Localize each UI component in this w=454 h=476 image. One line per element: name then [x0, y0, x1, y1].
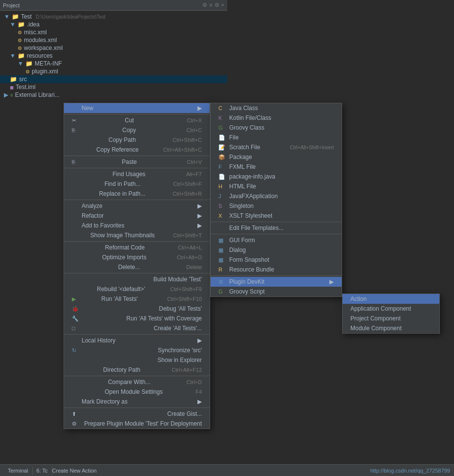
- html-icon: H: [218, 183, 227, 189]
- tree-item-iml[interactable]: ◼ Test.iml: [0, 83, 227, 91]
- menu-item-mark-dir[interactable]: Mark Directory as ▶: [64, 397, 210, 407]
- submenu-scratch-file[interactable]: 📝 Scratch File Ctrl+Alt+Shift+Insert: [211, 142, 342, 152]
- submenu-gui-form[interactable]: ▦ GUI Form: [211, 235, 342, 245]
- menu-item-compare[interactable]: Compare With... Ctrl+D: [64, 377, 210, 387]
- submenu-action[interactable]: Action: [343, 294, 439, 304]
- menu-icon[interactable]: ≡: [209, 2, 212, 8]
- run-icon: ▶: [72, 296, 80, 302]
- submenu-kotlin[interactable]: K Kotlin File/Class: [211, 113, 342, 123]
- menu-item-copy-reference[interactable]: Copy Reference Ctrl+Alt+Shift+C: [64, 145, 210, 155]
- gui-form-icon: ▦: [218, 237, 227, 244]
- submenu-dialog[interactable]: ▦ Dialog: [211, 245, 342, 255]
- tree-item-metainf[interactable]: ▼ 📁 META-INF: [0, 60, 227, 68]
- groovy-script-icon: G: [218, 289, 227, 295]
- menu-item-build-module[interactable]: Build Module 'Test': [64, 274, 210, 284]
- config-icon[interactable]: ⚙: [215, 2, 219, 8]
- submenu-edit-templates[interactable]: Edit File Templates...: [211, 223, 342, 233]
- singleton-icon: S: [218, 203, 227, 209]
- mark-dir-arrow: ▶: [197, 398, 202, 405]
- tree-item-test[interactable]: ▼ 📁 Test D:\Users\gaok\IdeaProjects\Test: [0, 13, 227, 21]
- submenu-project-component[interactable]: Project Component: [343, 314, 439, 323]
- package-info-icon: 📄: [218, 174, 227, 180]
- menu-item-copy-path[interactable]: Copy Path Ctrl+Shift+C: [64, 135, 210, 145]
- project-title: Project: [3, 2, 20, 8]
- menu-item-show-explorer[interactable]: Show in Explorer: [64, 355, 210, 365]
- menu-item-analyze[interactable]: Analyze ▶: [64, 201, 210, 211]
- terminal-tab[interactable]: Terminal: [4, 467, 33, 475]
- submenu-file[interactable]: 📄 File: [211, 133, 342, 142]
- new-submenu-divider1: [211, 222, 342, 222]
- submenu-javafx[interactable]: J JavaFXApplication: [211, 191, 342, 201]
- new-submenu-divider2: [211, 234, 342, 234]
- menu-item-optimize-imports[interactable]: Optimize Imports Ctrl+Alt+O: [64, 252, 210, 262]
- divider-6: [64, 273, 210, 273]
- tree-item-idea[interactable]: ▼ 📁 .idea: [0, 21, 227, 28]
- plugin-devkit-arrow: ▶: [329, 278, 334, 285]
- menu-item-new[interactable]: New ▶: [64, 103, 210, 113]
- context-menu: New ▶ ✂ Cut Ctrl+X ⎘ Copy Ctrl+C Copy Pa…: [64, 103, 210, 429]
- settings-icon[interactable]: ⚙: [202, 2, 207, 8]
- menu-item-replace-in-path[interactable]: Replace in Path... Ctrl+Shift+R: [64, 189, 210, 199]
- favorites-arrow: ▶: [197, 222, 202, 229]
- close-icon[interactable]: ×: [221, 2, 224, 8]
- menu-item-run[interactable]: ▶ Run 'All Tests' Ctrl+Shift+F10: [64, 294, 210, 304]
- debug-icon: 🐞: [72, 306, 80, 312]
- submenu-plugin-devkit-panel: Action Application Component Project Com…: [342, 294, 440, 334]
- menu-item-synchronize[interactable]: ↻ Synchronize 'src': [64, 345, 210, 355]
- menu-item-rebuild[interactable]: Rebuild '<default>' Ctrl+Shift+F9: [64, 284, 210, 294]
- menu-item-refactor[interactable]: Refactor ▶: [64, 211, 210, 221]
- submenu-fxml[interactable]: F FXML File: [211, 162, 342, 172]
- tree-item-plugin-xml[interactable]: ⚙ plugin.xml: [0, 68, 227, 75]
- submenu-xslt[interactable]: X XSLT Stylesheet: [211, 211, 342, 221]
- submenu-package-info[interactable]: 📄 package-info.java: [211, 172, 342, 181]
- copy-icon: ⎘: [72, 127, 80, 133]
- resource-bundle-icon: R: [218, 267, 227, 272]
- menu-item-directory-path[interactable]: Directory Path Ctrl+Alt+F12: [64, 365, 210, 375]
- submenu-application-component[interactable]: Application Component: [343, 304, 439, 314]
- menu-item-prepare-plugin[interactable]: ⚙ Prepare Plugin Module 'Test' For Deplo…: [64, 419, 210, 429]
- tree-item-resources[interactable]: ▼ 📁 resources: [0, 52, 227, 60]
- menu-item-local-history[interactable]: Local History ▶: [64, 336, 210, 345]
- menu-item-module-settings[interactable]: Open Module Settings F4: [64, 387, 210, 397]
- menu-item-create-tests[interactable]: □ Create 'All Tests'...: [64, 323, 210, 333]
- menu-item-compare-gist[interactable]: ⬆ Create Gist...: [64, 409, 210, 419]
- tree-item-modules[interactable]: ⚙ modules.xml: [0, 36, 227, 44]
- menu-item-cut[interactable]: ✂ Cut Ctrl+X: [64, 115, 210, 125]
- menu-item-find-in-path[interactable]: Find in Path... Ctrl+Shift+F: [64, 179, 210, 189]
- menu-item-delete[interactable]: Delete... Delete: [64, 262, 210, 272]
- submenu-resource-bundle[interactable]: R Resource Bundle: [211, 265, 342, 274]
- history-arrow: ▶: [197, 337, 202, 344]
- submenu-package[interactable]: 📦 Package: [211, 152, 342, 162]
- submenu-groovy-class[interactable]: G Groovy Class: [211, 123, 342, 133]
- tree-item-src[interactable]: 📁 src: [0, 75, 227, 83]
- analyze-arrow: ▶: [197, 203, 202, 209]
- submenu-module-component[interactable]: Module Component: [343, 323, 439, 333]
- menu-item-debug[interactable]: 🐞 Debug 'All Tests': [64, 304, 210, 314]
- tree-item-workspace[interactable]: ⚙ workspace.xml: [0, 44, 227, 52]
- divider-1: [64, 114, 210, 114]
- refactor-arrow: ▶: [197, 212, 202, 219]
- menu-item-image-thumbnails[interactable]: Show Image Thumbnails Ctrl+Shift+T: [64, 230, 210, 240]
- menu-item-find-usages[interactable]: Find Usages Alt+F7: [64, 169, 210, 179]
- submenu-singleton[interactable]: S Singleton: [211, 201, 342, 211]
- menu-item-add-favorites[interactable]: Add to Favorites ▶: [64, 221, 210, 230]
- tree-item-external-lib[interactable]: ▶ ≡ External Librari...: [0, 91, 227, 99]
- menu-item-coverage[interactable]: 🔧 Run 'All Tests' with Coverage: [64, 314, 210, 323]
- arrow-icon: ▶: [197, 105, 202, 112]
- form-snapshot-icon: ▦: [218, 257, 227, 263]
- submenu-html[interactable]: H HTML File: [211, 181, 342, 191]
- submenu-plugin-devkit[interactable]: ⚙ Plugin DevKit ▶: [211, 277, 342, 287]
- package-icon: 📦: [218, 154, 227, 160]
- submenu-java-class[interactable]: C Java Class: [211, 103, 342, 113]
- tc-tab[interactable]: 6: Tc: [33, 467, 52, 475]
- blog-url: http://blog.csdn.net/qq_27258799: [370, 468, 450, 474]
- submenu-form-snapshot[interactable]: ▦ Form Snapshot: [211, 255, 342, 265]
- menu-item-paste[interactable]: ⎘ Paste Ctrl+V: [64, 157, 210, 167]
- dialog-icon: ▦: [218, 247, 227, 253]
- tree-item-misc[interactable]: ⚙ misc.xml: [0, 28, 227, 36]
- submenu-groovy-script[interactable]: G Groovy Script: [211, 287, 342, 296]
- divider-2: [64, 156, 210, 156]
- coverage-icon: 🔧: [72, 316, 80, 322]
- menu-item-copy[interactable]: ⎘ Copy Ctrl+C: [64, 125, 210, 135]
- menu-item-reformat[interactable]: Reformat Code Ctrl+Alt+L: [64, 243, 210, 252]
